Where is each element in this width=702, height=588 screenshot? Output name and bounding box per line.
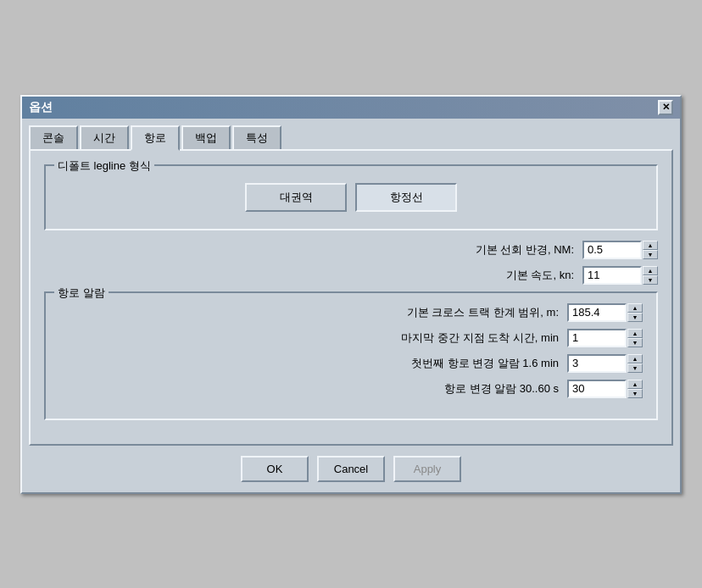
waypoint-spin-buttons: ▲ ▼ [627,329,643,347]
great-circle-button[interactable]: 대권역 [245,183,347,212]
route-change-1-input[interactable] [567,354,627,373]
xtrack-down-button[interactable]: ▼ [627,313,643,322]
base-speed-row: 기본 속도, kn: ▲ ▼ [44,266,658,285]
route-change-2-row: 항로 변경 알람 30..60 s ▲ ▼ [59,380,643,398]
tab-backup[interactable]: 백업 [181,125,231,151]
tab-bar: 콘솔 시간 항로 백업 특성 [22,119,680,149]
legline-buttons: 대권역 항정선 [59,176,643,215]
waypoint-spinbox: ▲ ▼ [567,329,643,347]
turn-radius-row: 기본 선회 반경, NM: ▲ ▼ [44,241,658,259]
route-change-1-row: 첫번째 항로 변경 알람 1.6 min ▲ ▼ [59,354,643,373]
title-bar: 옵션 ✕ [22,97,680,119]
base-speed-spin-buttons: ▲ ▼ [643,266,658,285]
legline-section-label: 디폴트 legline 형식 [54,158,154,174]
turn-radius-label: 기본 선회 반경, NM: [44,242,582,258]
route-change-2-down-button[interactable]: ▼ [627,389,643,398]
close-button[interactable]: ✕ [658,100,673,115]
tab-content-route: 디폴트 legline 형식 대권역 항정선 기본 선회 반경, NM: ▲ ▼… [29,149,673,446]
apply-button[interactable]: Apply [393,456,461,482]
xtrack-spinbox: ▲ ▼ [567,303,643,322]
tab-route[interactable]: 항로 [131,125,180,151]
alarm-section-label: 항로 알람 [54,286,109,301]
tab-time[interactable]: 시간 [80,125,129,151]
base-speed-label: 기본 속도, kn: [44,268,582,283]
waypoint-up-button[interactable]: ▲ [627,329,643,338]
route-change-1-spin-buttons: ▲ ▼ [627,354,643,373]
route-change-2-label: 항로 변경 알람 30..60 s [59,381,567,397]
turn-radius-down-button[interactable]: ▼ [643,250,658,259]
route-change-1-down-button[interactable]: ▼ [627,363,643,373]
rhumb-line-button[interactable]: 항정선 [355,183,457,212]
xtrack-up-button[interactable]: ▲ [627,303,643,313]
waypoint-label: 마지막 중간 지점 도착 시간, min [59,330,567,346]
legline-section: 디폴트 legline 형식 대권역 항정선 [44,164,658,230]
dialog-title: 옵션 [29,100,53,115]
route-change-2-input[interactable] [567,380,627,398]
cancel-button[interactable]: Cancel [317,456,385,482]
waypoint-row: 마지막 중간 지점 도착 시간, min ▲ ▼ [59,329,643,347]
route-change-2-up-button[interactable]: ▲ [627,380,643,389]
route-change-2-spin-buttons: ▲ ▼ [627,380,643,398]
tab-console[interactable]: 콘솔 [29,125,78,151]
alarm-section: 항로 알람 기본 크로스 트랙 한계 범위, m: ▲ ▼ 마지막 중간 지점 … [44,291,658,420]
base-speed-input[interactable] [582,266,642,285]
base-speed-down-button[interactable]: ▼ [643,275,658,285]
ok-button[interactable]: OK [241,456,309,482]
dialog-window: 옵션 ✕ 콘솔 시간 항로 백업 특성 디폴트 legline 형식 대권역 항… [20,95,682,494]
waypoint-down-button[interactable]: ▼ [627,338,643,347]
turn-radius-up-button[interactable]: ▲ [643,241,658,250]
xtrack-row: 기본 크로스 트랙 한계 범위, m: ▲ ▼ [59,303,643,322]
bottom-buttons: OK Cancel Apply [22,446,680,492]
xtrack-spin-buttons: ▲ ▼ [627,303,643,322]
waypoint-input[interactable] [567,329,627,347]
base-speed-up-button[interactable]: ▲ [643,266,658,275]
route-change-1-spinbox: ▲ ▼ [567,354,643,373]
turn-radius-spinbox: ▲ ▼ [582,241,658,259]
turn-radius-input[interactable] [582,241,642,259]
route-change-1-label: 첫번째 항로 변경 알람 1.6 min [59,356,567,371]
route-change-2-spinbox: ▲ ▼ [567,380,643,398]
xtrack-input[interactable] [567,303,627,322]
base-speed-spinbox: ▲ ▼ [582,266,658,285]
xtrack-label: 기본 크로스 트랙 한계 범위, m: [59,305,567,320]
turn-radius-spin-buttons: ▲ ▼ [643,241,658,259]
route-change-1-up-button[interactable]: ▲ [627,354,643,363]
tab-properties[interactable]: 특성 [232,125,281,151]
